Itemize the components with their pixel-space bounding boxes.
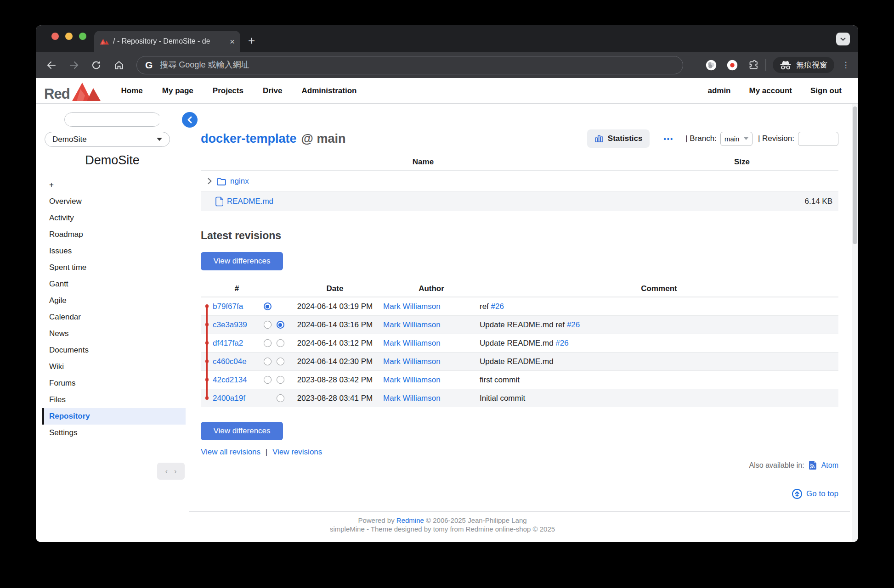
toolbar-right: 無痕視窗 ⋮ bbox=[706, 52, 858, 78]
tab-groups-button[interactable] bbox=[706, 60, 717, 71]
go-to-top-icon bbox=[792, 488, 803, 499]
nav-drive[interactable]: Drive bbox=[263, 86, 283, 95]
rev-num-header: # bbox=[213, 284, 261, 293]
rev-to-radio[interactable] bbox=[277, 321, 284, 329]
author-link[interactable]: Mark Williamson bbox=[383, 375, 441, 384]
redmine-footer-link[interactable]: Redmine bbox=[396, 516, 424, 524]
new-tab-button[interactable]: + bbox=[248, 35, 255, 45]
search-input[interactable] bbox=[74, 116, 165, 123]
browser-menu-button[interactable]: ⋮ bbox=[841, 64, 851, 67]
go-to-top-link[interactable]: Go to top bbox=[806, 489, 838, 498]
sidebar-search[interactable] bbox=[64, 112, 161, 127]
rev-from-radio[interactable] bbox=[264, 376, 272, 384]
nav-administration[interactable]: Administration bbox=[301, 86, 356, 95]
rev-from-radio[interactable] bbox=[264, 339, 272, 347]
recording-indicator-button[interactable] bbox=[727, 60, 738, 71]
more-options-button[interactable]: ••• bbox=[663, 135, 673, 143]
revision-input[interactable] bbox=[798, 132, 838, 146]
issue-link[interactable]: #26 bbox=[567, 320, 580, 329]
nav-projects[interactable]: Projects bbox=[213, 86, 243, 95]
file-link[interactable]: README.md bbox=[227, 197, 273, 206]
view-differences-button-top[interactable]: View differences bbox=[201, 252, 283, 270]
atom-link[interactable]: Atom bbox=[821, 461, 838, 470]
rev-from-radio[interactable] bbox=[264, 302, 272, 310]
sidebar-item-wiki[interactable]: Wiki bbox=[36, 358, 189, 375]
revision-link[interactable]: 2400a19f bbox=[213, 394, 245, 403]
issue-link[interactable]: #26 bbox=[491, 302, 504, 311]
extensions-button[interactable] bbox=[748, 60, 759, 71]
revision-link[interactable]: c460c04e bbox=[213, 357, 247, 366]
zoom-window-button[interactable] bbox=[79, 33, 86, 40]
issue-link[interactable]: #26 bbox=[555, 339, 568, 347]
author-link[interactable]: Mark Williamson bbox=[383, 394, 441, 403]
sidebar-item-new[interactable]: + bbox=[36, 177, 189, 193]
minimize-window-button[interactable] bbox=[65, 33, 73, 40]
files-name-header: Name bbox=[201, 157, 645, 167]
back-button[interactable] bbox=[46, 60, 57, 71]
rev-from-radio[interactable] bbox=[264, 321, 272, 329]
nav-home[interactable]: Home bbox=[121, 86, 143, 95]
incognito-badge[interactable]: 無痕視窗 bbox=[773, 57, 834, 73]
sidebar-item-agile[interactable]: Agile bbox=[36, 292, 189, 309]
page-body: DemoSite DemoSite + Overview Activity Ro… bbox=[36, 104, 858, 542]
statistics-button[interactable]: Statistics bbox=[587, 129, 650, 148]
nav-my-page[interactable]: My page bbox=[162, 86, 193, 95]
sidebar-item-files[interactable]: Files bbox=[36, 392, 189, 408]
rev-to-radio[interactable] bbox=[277, 358, 284, 365]
sidebar-item-issues[interactable]: Issues bbox=[36, 243, 189, 259]
project-select[interactable]: DemoSite bbox=[45, 132, 170, 147]
expand-chevron-icon[interactable] bbox=[204, 178, 215, 185]
pager-prev-icon[interactable]: ‹ bbox=[165, 467, 168, 476]
author-link[interactable]: Mark Williamson bbox=[383, 357, 441, 366]
sidebar-collapse-button[interactable] bbox=[182, 112, 198, 128]
revision-link[interactable]: b79f67fa bbox=[213, 302, 243, 311]
author-link[interactable]: Mark Williamson bbox=[383, 302, 441, 311]
sidebar-item-roadmap[interactable]: Roadmap bbox=[36, 226, 189, 243]
url-bar[interactable]: G bbox=[136, 56, 683, 74]
revisions-table-header: # Date Author Comment bbox=[201, 280, 838, 297]
branch-select[interactable]: main bbox=[720, 132, 753, 146]
revision-link[interactable]: 42cd2134 bbox=[213, 375, 247, 384]
folder-link[interactable]: nginx bbox=[230, 177, 249, 186]
tab-search-chevron-button[interactable] bbox=[836, 33, 850, 45]
sidebar-item-overview[interactable]: Overview bbox=[36, 193, 189, 210]
rev-author-header: Author bbox=[383, 284, 480, 293]
pager-next-icon[interactable]: › bbox=[174, 467, 176, 476]
home-button[interactable] bbox=[113, 60, 124, 71]
view-all-revisions-link[interactable]: View all revisions bbox=[201, 448, 260, 456]
sidebar-item-gantt[interactable]: Gantt bbox=[36, 276, 189, 292]
revision-link[interactable]: c3e3a939 bbox=[213, 320, 247, 329]
view-differences-button-bottom[interactable]: View differences bbox=[201, 422, 283, 440]
sidebar-item-activity[interactable]: Activity bbox=[36, 210, 189, 226]
rev-to-radio[interactable] bbox=[277, 339, 284, 347]
scrollbar-track[interactable] bbox=[852, 104, 858, 542]
commit-graph-dot bbox=[205, 359, 209, 363]
author-link[interactable]: Mark Williamson bbox=[383, 320, 441, 329]
nav-sign-out[interactable]: Sign out bbox=[810, 86, 842, 95]
sidebar-item-news[interactable]: News bbox=[36, 325, 189, 342]
redmine-logo[interactable]: Red bbox=[44, 81, 101, 101]
url-input[interactable] bbox=[160, 60, 674, 70]
repository-title-link[interactable]: docker-template bbox=[201, 132, 297, 146]
rev-to-radio[interactable] bbox=[277, 394, 284, 402]
browser-tab[interactable]: / - Repository - DemoSite - de × bbox=[94, 31, 240, 52]
revision-link[interactable]: df417fa2 bbox=[213, 339, 243, 347]
sidebar-item-repository[interactable]: Repository bbox=[42, 408, 186, 425]
forward-button[interactable] bbox=[68, 60, 79, 71]
sidebar-item-documents[interactable]: Documents bbox=[36, 342, 189, 358]
author-link[interactable]: Mark Williamson bbox=[383, 339, 441, 347]
sidebar-item-spent-time[interactable]: Spent time bbox=[36, 259, 189, 276]
rev-from-radio[interactable] bbox=[264, 358, 272, 365]
tab-close-icon[interactable]: × bbox=[230, 37, 235, 46]
sidebar-item-settings[interactable]: Settings bbox=[36, 425, 189, 441]
reload-button[interactable] bbox=[91, 60, 102, 71]
sidebar-item-calendar[interactable]: Calendar bbox=[36, 309, 189, 325]
rev-to-radio[interactable] bbox=[277, 376, 284, 384]
nav-my-account[interactable]: My account bbox=[749, 86, 792, 95]
view-revisions-link[interactable]: View revisions bbox=[272, 448, 322, 456]
nav-admin-user[interactable]: admin bbox=[707, 86, 730, 95]
sidebar-item-forums[interactable]: Forums bbox=[36, 375, 189, 392]
scrollbar-thumb[interactable] bbox=[853, 106, 857, 244]
repository-header: docker-template @ main Statistics bbox=[201, 129, 838, 149]
close-window-button[interactable] bbox=[51, 33, 59, 40]
